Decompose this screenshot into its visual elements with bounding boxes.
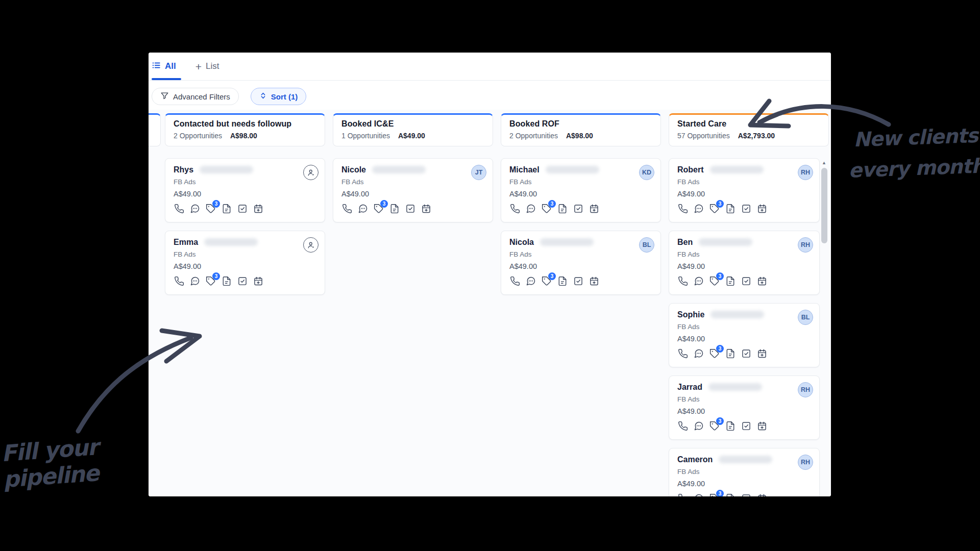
opportunity-card[interactable]: CameronRHFB AdsA$49.003 [669, 448, 820, 496]
task-icon[interactable] [741, 420, 752, 432]
owner-avatar[interactable]: BL [798, 310, 813, 325]
calendar-plus-icon[interactable] [589, 203, 600, 214]
tag-icon[interactable]: 3 [541, 276, 552, 287]
chat-icon[interactable] [357, 203, 369, 214]
note-icon[interactable] [221, 276, 232, 287]
owner-avatar[interactable]: RH [798, 382, 813, 397]
column-summary: 57 OpportunitiesA$2,793.00 [677, 132, 820, 140]
phone-icon[interactable] [509, 276, 521, 287]
task-icon[interactable] [237, 203, 248, 214]
note-icon[interactable] [725, 203, 736, 214]
tag-icon[interactable]: 3 [205, 203, 216, 214]
chat-icon[interactable] [693, 348, 704, 359]
phone-icon[interactable] [174, 276, 185, 287]
task-icon[interactable] [237, 276, 248, 287]
owner-avatar[interactable]: RH [798, 165, 813, 180]
column-header[interactable]: Booked ROF2 OpportunitiesA$98.00 [501, 113, 661, 146]
scrollbar-thumb[interactable] [821, 168, 827, 243]
calendar-plus-icon[interactable] [589, 276, 600, 287]
note-icon[interactable] [725, 493, 736, 496]
opportunity-card[interactable]: EmmaFB AdsA$49.003 [165, 231, 325, 295]
note-icon[interactable] [557, 203, 568, 214]
note-icon[interactable] [725, 348, 736, 359]
calendar-plus-icon[interactable] [421, 203, 432, 214]
chat-icon[interactable] [693, 420, 704, 432]
opportunity-card[interactable]: NicoleJTFB AdsA$49.003 [333, 158, 493, 222]
tab-all[interactable]: All [152, 61, 176, 72]
chat-icon[interactable] [189, 276, 201, 287]
tag-icon[interactable]: 3 [709, 276, 720, 287]
note-icon[interactable] [725, 276, 736, 287]
task-icon[interactable] [405, 203, 416, 214]
tag-icon[interactable]: 3 [541, 203, 552, 214]
unassigned-owner-icon[interactable] [303, 237, 318, 253]
calendar-plus-icon[interactable] [756, 348, 768, 359]
calendar-plus-icon[interactable] [253, 203, 264, 214]
column-title: Started Care [677, 119, 820, 129]
phone-icon[interactable] [341, 203, 353, 214]
tag-icon[interactable]: 3 [709, 493, 720, 496]
opportunity-card[interactable]: SophieBLFB AdsA$49.003 [669, 303, 820, 367]
note-icon[interactable] [221, 203, 232, 214]
task-icon[interactable] [741, 203, 752, 214]
owner-avatar[interactable]: RH [798, 455, 813, 470]
tag-icon[interactable]: 3 [205, 276, 216, 287]
opportunity-card[interactable]: RhysFB AdsA$49.003 [165, 158, 325, 222]
chat-icon[interactable] [525, 276, 536, 287]
phone-icon[interactable] [677, 493, 689, 496]
contact-first-name: Nicola [509, 238, 534, 247]
opportunity-card[interactable]: BenRHFB AdsA$49.003 [669, 231, 820, 295]
chat-icon[interactable] [189, 203, 201, 214]
owner-avatar[interactable]: KD [639, 165, 654, 180]
phone-icon[interactable] [509, 203, 521, 214]
calendar-plus-icon[interactable] [756, 203, 768, 214]
scrollbar-up-arrow[interactable]: ▲ [822, 161, 826, 165]
calendar-plus-icon[interactable] [756, 276, 768, 287]
column-header[interactable]: Booked IC&E1 OpportunitiesA$49.00 [333, 113, 493, 146]
calendar-plus-icon[interactable] [756, 420, 768, 432]
task-icon[interactable] [741, 276, 752, 287]
phone-icon[interactable] [677, 420, 689, 432]
task-icon[interactable] [741, 493, 752, 496]
opportunity-card[interactable]: MichaelKDFB AdsA$49.003 [501, 158, 661, 222]
card-name-row: Nicola [509, 237, 652, 247]
opportunity-card[interactable]: JarradRHFB AdsA$49.003 [669, 375, 820, 440]
unassigned-owner-icon[interactable] [303, 165, 318, 180]
phone-icon[interactable] [174, 203, 185, 214]
phone-icon[interactable] [677, 348, 689, 359]
advanced-filters-button[interactable]: Advanced Filters [152, 88, 239, 105]
sort-button[interactable]: Sort (1) [251, 88, 307, 105]
chat-icon[interactable] [693, 203, 704, 214]
tag-icon[interactable]: 3 [709, 203, 720, 214]
column-header[interactable]: Started Care57 OpportunitiesA$2,793.00 [669, 113, 829, 146]
tag-icon[interactable]: 3 [709, 420, 720, 432]
owner-avatar[interactable]: RH [798, 237, 813, 253]
tag-icon[interactable]: 3 [373, 203, 384, 214]
card-list: MichaelKDFB AdsA$49.003NicolaBLFB AdsA$4… [501, 158, 661, 295]
calendar-plus-icon[interactable] [253, 276, 264, 287]
opportunity-card[interactable]: RobertRHFB AdsA$49.003 [669, 158, 820, 222]
note-icon[interactable] [557, 276, 568, 287]
tag-count-badge: 3 [212, 272, 220, 280]
task-icon[interactable] [741, 348, 752, 359]
tab-add-list[interactable]: + List [195, 61, 219, 72]
owner-avatar[interactable]: BL [639, 237, 654, 253]
tag-icon[interactable]: 3 [709, 348, 720, 359]
task-icon[interactable] [573, 203, 584, 214]
phone-icon[interactable] [677, 276, 689, 287]
chat-icon[interactable] [693, 493, 704, 496]
column-header[interactable]: Contacted but needs followup2 Opportunit… [165, 113, 325, 146]
note-icon[interactable] [725, 420, 736, 432]
opportunity-card[interactable]: NicolaBLFB AdsA$49.003 [501, 231, 661, 295]
phone-icon[interactable] [677, 203, 689, 214]
owner-avatar[interactable]: JT [471, 165, 486, 180]
card-list: RobertRHFB AdsA$49.003BenRHFB AdsA$49.00… [669, 158, 820, 496]
chat-icon[interactable] [693, 276, 704, 287]
task-icon[interactable] [573, 276, 584, 287]
note-icon[interactable] [389, 203, 400, 214]
calendar-plus-icon[interactable] [756, 493, 768, 496]
card-action-icons: 3 [174, 203, 316, 214]
vertical-scrollbar[interactable]: ▲ [821, 161, 827, 243]
chat-icon[interactable] [525, 203, 536, 214]
card-list: RhysFB AdsA$49.003EmmaFB AdsA$49.003 [165, 158, 325, 295]
